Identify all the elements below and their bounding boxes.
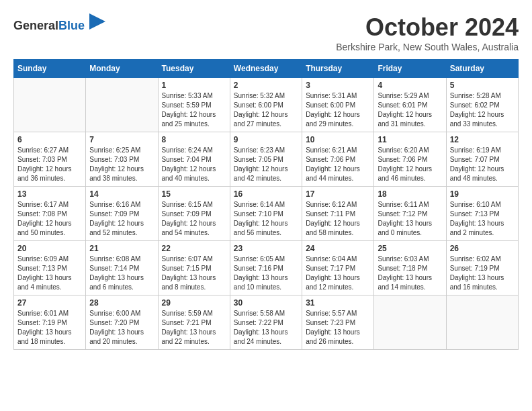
calendar-week-row: 27Sunrise: 6:01 AM Sunset: 7:19 PM Dayli… bbox=[14, 295, 519, 350]
day-number: 25 bbox=[378, 244, 442, 253]
day-number: 22 bbox=[162, 244, 226, 253]
page-header: GeneralBlue October 2024 Berkshire Park,… bbox=[13, 13, 519, 52]
day-info: Sunrise: 6:21 AM Sunset: 7:06 PM Dayligh… bbox=[306, 146, 370, 183]
calendar-cell: 7Sunrise: 6:25 AM Sunset: 7:03 PM Daylig… bbox=[86, 132, 158, 187]
day-info: Sunrise: 6:07 AM Sunset: 7:15 PM Dayligh… bbox=[162, 255, 226, 292]
weekday-header: Tuesday bbox=[158, 60, 230, 78]
day-info: Sunrise: 6:20 AM Sunset: 7:06 PM Dayligh… bbox=[378, 146, 442, 183]
day-number: 27 bbox=[17, 298, 82, 308]
calendar-cell: 8Sunrise: 6:24 AM Sunset: 7:04 PM Daylig… bbox=[158, 132, 230, 187]
day-info: Sunrise: 6:03 AM Sunset: 7:18 PM Dayligh… bbox=[378, 255, 442, 292]
weekday-header: Wednesday bbox=[230, 60, 302, 78]
day-info: Sunrise: 6:01 AM Sunset: 7:19 PM Dayligh… bbox=[17, 309, 82, 347]
day-info: Sunrise: 6:14 AM Sunset: 7:10 PM Dayligh… bbox=[234, 200, 298, 238]
calendar-cell bbox=[446, 295, 518, 350]
weekday-header: Monday bbox=[86, 60, 158, 78]
day-number: 26 bbox=[450, 244, 515, 253]
day-info: Sunrise: 6:08 AM Sunset: 7:14 PM Dayligh… bbox=[89, 255, 154, 292]
calendar-cell bbox=[14, 78, 86, 132]
calendar-week-row: 13Sunrise: 6:17 AM Sunset: 7:08 PM Dayli… bbox=[14, 187, 519, 241]
logo-blue-text: Blue bbox=[58, 19, 85, 32]
calendar-cell: 3Sunrise: 5:31 AM Sunset: 6:00 PM Daylig… bbox=[302, 78, 374, 132]
calendar-cell: 11Sunrise: 6:20 AM Sunset: 7:06 PM Dayli… bbox=[374, 132, 446, 187]
day-number: 31 bbox=[306, 298, 370, 308]
day-number: 29 bbox=[162, 298, 226, 308]
day-info: Sunrise: 5:31 AM Sunset: 6:00 PM Dayligh… bbox=[306, 91, 370, 129]
day-info: Sunrise: 6:00 AM Sunset: 7:20 PM Dayligh… bbox=[89, 309, 154, 347]
day-number: 24 bbox=[306, 244, 370, 253]
calendar-cell: 12Sunrise: 6:19 AM Sunset: 7:07 PM Dayli… bbox=[446, 132, 518, 187]
day-info: Sunrise: 6:05 AM Sunset: 7:16 PM Dayligh… bbox=[234, 255, 298, 292]
weekday-header: Thursday bbox=[302, 60, 374, 78]
day-info: Sunrise: 6:16 AM Sunset: 7:09 PM Dayligh… bbox=[89, 200, 154, 238]
calendar-cell: 21Sunrise: 6:08 AM Sunset: 7:14 PM Dayli… bbox=[86, 241, 158, 295]
calendar-week-row: 20Sunrise: 6:09 AM Sunset: 7:13 PM Dayli… bbox=[14, 241, 519, 295]
day-info: Sunrise: 6:15 AM Sunset: 7:09 PM Dayligh… bbox=[162, 200, 226, 238]
day-info: Sunrise: 6:19 AM Sunset: 7:07 PM Dayligh… bbox=[450, 146, 515, 183]
calendar-week-row: 1Sunrise: 5:33 AM Sunset: 5:59 PM Daylig… bbox=[14, 78, 519, 132]
day-number: 9 bbox=[234, 135, 298, 144]
weekday-header: Sunday bbox=[14, 60, 86, 78]
day-number: 28 bbox=[89, 298, 154, 308]
day-info: Sunrise: 6:24 AM Sunset: 7:04 PM Dayligh… bbox=[162, 146, 226, 183]
calendar-header-row: SundayMondayTuesdayWednesdayThursdayFrid… bbox=[14, 60, 519, 78]
day-number: 7 bbox=[89, 135, 154, 144]
day-number: 3 bbox=[306, 81, 370, 90]
calendar-cell: 4Sunrise: 5:29 AM Sunset: 6:01 PM Daylig… bbox=[374, 78, 446, 132]
day-info: Sunrise: 6:17 AM Sunset: 7:08 PM Dayligh… bbox=[17, 200, 82, 238]
calendar-cell: 14Sunrise: 6:16 AM Sunset: 7:09 PM Dayli… bbox=[86, 187, 158, 241]
day-number: 5 bbox=[450, 81, 515, 90]
day-number: 8 bbox=[162, 135, 226, 144]
day-info: Sunrise: 6:09 AM Sunset: 7:13 PM Dayligh… bbox=[17, 255, 82, 292]
day-number: 18 bbox=[378, 189, 442, 199]
day-number: 15 bbox=[162, 189, 226, 199]
day-number: 12 bbox=[450, 135, 515, 144]
calendar-cell: 5Sunrise: 5:28 AM Sunset: 6:02 PM Daylig… bbox=[446, 78, 518, 132]
day-number: 4 bbox=[378, 81, 442, 90]
day-info: Sunrise: 5:33 AM Sunset: 5:59 PM Dayligh… bbox=[162, 91, 226, 129]
calendar-cell: 19Sunrise: 6:10 AM Sunset: 7:13 PM Dayli… bbox=[446, 187, 518, 241]
calendar-cell: 15Sunrise: 6:15 AM Sunset: 7:09 PM Dayli… bbox=[158, 187, 230, 241]
logo: GeneralBlue bbox=[13, 13, 105, 34]
calendar-cell: 18Sunrise: 6:11 AM Sunset: 7:12 PM Dayli… bbox=[374, 187, 446, 241]
calendar-cell: 1Sunrise: 5:33 AM Sunset: 5:59 PM Daylig… bbox=[158, 78, 230, 132]
day-number: 21 bbox=[89, 244, 154, 253]
title-block: October 2024 Berkshire Park, New South W… bbox=[336, 13, 519, 52]
day-info: Sunrise: 6:11 AM Sunset: 7:12 PM Dayligh… bbox=[378, 200, 442, 238]
day-number: 20 bbox=[17, 244, 82, 253]
day-number: 30 bbox=[234, 298, 298, 308]
calendar-cell: 25Sunrise: 6:03 AM Sunset: 7:18 PM Dayli… bbox=[374, 241, 446, 295]
day-info: Sunrise: 6:12 AM Sunset: 7:11 PM Dayligh… bbox=[306, 200, 370, 238]
day-info: Sunrise: 5:32 AM Sunset: 6:00 PM Dayligh… bbox=[234, 91, 298, 129]
calendar-week-row: 6Sunrise: 6:27 AM Sunset: 7:03 PM Daylig… bbox=[14, 132, 519, 187]
calendar-cell: 29Sunrise: 5:59 AM Sunset: 7:21 PM Dayli… bbox=[158, 295, 230, 350]
calendar-cell: 2Sunrise: 5:32 AM Sunset: 6:00 PM Daylig… bbox=[230, 78, 302, 132]
day-number: 16 bbox=[234, 189, 298, 199]
calendar-cell bbox=[86, 78, 158, 132]
calendar-cell: 20Sunrise: 6:09 AM Sunset: 7:13 PM Dayli… bbox=[14, 241, 86, 295]
day-number: 10 bbox=[306, 135, 370, 144]
calendar-table: SundayMondayTuesdayWednesdayThursdayFrid… bbox=[13, 59, 519, 350]
calendar-cell: 10Sunrise: 6:21 AM Sunset: 7:06 PM Dayli… bbox=[302, 132, 374, 187]
weekday-header: Saturday bbox=[446, 60, 518, 78]
calendar-cell: 30Sunrise: 5:58 AM Sunset: 7:22 PM Dayli… bbox=[230, 295, 302, 350]
calendar-cell: 27Sunrise: 6:01 AM Sunset: 7:19 PM Dayli… bbox=[14, 295, 86, 350]
calendar-cell: 17Sunrise: 6:12 AM Sunset: 7:11 PM Dayli… bbox=[302, 187, 374, 241]
month-title: October 2024 bbox=[336, 13, 519, 42]
day-info: Sunrise: 5:58 AM Sunset: 7:22 PM Dayligh… bbox=[234, 309, 298, 347]
day-number: 19 bbox=[450, 189, 515, 199]
calendar-cell: 31Sunrise: 5:57 AM Sunset: 7:23 PM Dayli… bbox=[302, 295, 374, 350]
logo-icon bbox=[89, 13, 105, 30]
location: Berkshire Park, New South Wales, Austral… bbox=[336, 42, 519, 52]
day-number: 14 bbox=[89, 189, 154, 199]
day-info: Sunrise: 6:04 AM Sunset: 7:17 PM Dayligh… bbox=[306, 255, 370, 292]
day-info: Sunrise: 6:02 AM Sunset: 7:19 PM Dayligh… bbox=[450, 255, 515, 292]
day-info: Sunrise: 5:57 AM Sunset: 7:23 PM Dayligh… bbox=[306, 309, 370, 347]
calendar-cell bbox=[374, 295, 446, 350]
day-info: Sunrise: 6:23 AM Sunset: 7:05 PM Dayligh… bbox=[234, 146, 298, 183]
day-info: Sunrise: 6:25 AM Sunset: 7:03 PM Dayligh… bbox=[89, 146, 154, 183]
day-number: 2 bbox=[234, 81, 298, 90]
day-number: 6 bbox=[17, 135, 82, 144]
day-info: Sunrise: 6:10 AM Sunset: 7:13 PM Dayligh… bbox=[450, 200, 515, 238]
day-number: 1 bbox=[162, 81, 226, 90]
